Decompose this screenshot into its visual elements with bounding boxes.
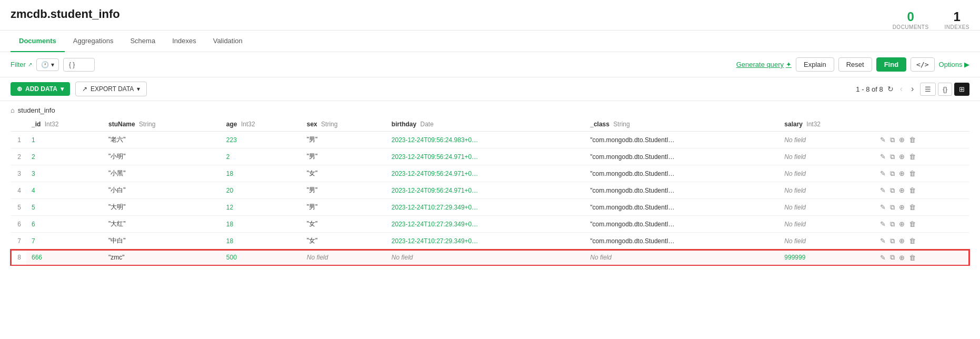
clone-icon[interactable]: ⊕ xyxy=(899,170,905,177)
next-page-button[interactable]: › xyxy=(909,84,916,94)
id-cell[interactable]: 666 xyxy=(26,250,103,266)
clone-icon[interactable]: ⊕ xyxy=(899,220,905,228)
actions-cell: ✎ ⧉ ⊕ 🗑 xyxy=(875,199,969,216)
salary-cell[interactable]: 999999 xyxy=(779,250,875,266)
db-title: zmcdb.student_info xyxy=(11,7,120,26)
age-cell[interactable]: 223 xyxy=(221,132,302,148)
stuname-cell: "zmc" xyxy=(103,250,221,266)
actions-cell: ✎ ⧉ ⊕ 🗑 xyxy=(875,182,969,199)
tab-schema[interactable]: Schema xyxy=(122,31,164,52)
find-button[interactable]: Find xyxy=(876,57,906,72)
edit-icon[interactable]: ✎ xyxy=(880,254,886,262)
salary-cell: No field xyxy=(779,182,875,199)
delete-icon[interactable]: 🗑 xyxy=(909,220,916,228)
reset-button[interactable]: Reset xyxy=(838,57,872,72)
age-cell[interactable]: 18 xyxy=(221,216,302,233)
age-cell[interactable]: 18 xyxy=(221,165,302,182)
clone-icon[interactable]: ⊕ xyxy=(899,254,905,262)
external-link-icon: ↗ xyxy=(28,62,32,67)
birthday-cell[interactable]: 2023-12-24T10:27:29.349+0… xyxy=(386,199,585,216)
table-row: 33"小黑"18"女"2023-12-24T09:56:24.971+0…"co… xyxy=(11,165,969,182)
delete-icon[interactable]: 🗑 xyxy=(909,203,916,211)
birthday-cell[interactable]: 2023-12-24T10:27:29.349+0… xyxy=(386,216,585,233)
age-cell[interactable]: 18 xyxy=(221,233,302,250)
code-button[interactable]: </> xyxy=(911,57,934,72)
birthday-cell[interactable]: 2023-12-24T09:56:24.971+0… xyxy=(386,165,585,182)
id-cell[interactable]: 1 xyxy=(26,132,103,148)
birthday-cell[interactable]: 2023-12-24T10:27:29.349+0… xyxy=(386,233,585,250)
edit-icon[interactable]: ✎ xyxy=(880,136,886,144)
row-number: 5 xyxy=(11,199,26,216)
birthday-cell[interactable]: 2023-12-24T09:56:24.983+0… xyxy=(386,132,585,148)
id-cell[interactable]: 5 xyxy=(26,199,103,216)
clone-icon[interactable]: ⊕ xyxy=(899,153,905,161)
delete-icon[interactable]: 🗑 xyxy=(909,136,916,144)
clone-icon[interactable]: ⊕ xyxy=(899,136,905,144)
edit-icon[interactable]: ✎ xyxy=(880,203,886,211)
edit-icon[interactable]: ✎ xyxy=(880,170,886,177)
type-selector[interactable]: 🕐 ▾ xyxy=(36,58,59,71)
edit-icon[interactable]: ✎ xyxy=(880,153,886,161)
plus-icon: ⊕ xyxy=(17,85,22,93)
home-icon: ⌂ xyxy=(11,106,15,114)
col-sex: sex String xyxy=(302,117,386,132)
table-row: 77"中白"18"女"2023-12-24T10:27:29.349+0…"co… xyxy=(11,233,969,250)
delete-icon[interactable]: 🗑 xyxy=(909,237,916,245)
copy-icon[interactable]: ⧉ xyxy=(890,153,895,161)
id-cell[interactable]: 3 xyxy=(26,165,103,182)
json-view-button[interactable]: {} xyxy=(938,83,952,96)
add-data-label: ADD DATA xyxy=(25,85,57,93)
copy-icon[interactable]: ⧉ xyxy=(890,170,895,178)
birthday-cell[interactable]: 2023-12-24T09:56:24.971+0… xyxy=(386,148,585,165)
birthday-cell[interactable]: 2023-12-24T09:56:24.971+0… xyxy=(386,182,585,199)
tab-validation[interactable]: Validation xyxy=(205,31,251,52)
edit-icon[interactable]: ✎ xyxy=(880,237,886,245)
class-cell: "com.mongodb.dto.StudentI… xyxy=(585,132,779,148)
col-salary: salary Int32 xyxy=(779,117,875,132)
row-number: 4 xyxy=(11,182,26,199)
copy-icon[interactable]: ⧉ xyxy=(890,186,895,195)
tab-aggregations[interactable]: Aggregations xyxy=(65,31,122,52)
export-data-button[interactable]: ↗ EXPORT DATA ▾ xyxy=(75,82,147,96)
age-cell[interactable]: 12 xyxy=(221,199,302,216)
top-bar: zmcdb.student_info 0 DOCUMENTS 1 INDEXES xyxy=(0,0,980,31)
delete-icon[interactable]: 🗑 xyxy=(909,254,916,262)
copy-icon[interactable]: ⧉ xyxy=(890,136,895,144)
sex-cell: No field xyxy=(302,250,386,266)
id-cell[interactable]: 7 xyxy=(26,233,103,250)
tab-indexes[interactable]: Indexes xyxy=(164,31,205,52)
tab-documents[interactable]: Documents xyxy=(11,31,65,52)
age-cell[interactable]: 20 xyxy=(221,182,302,199)
prev-page-button[interactable]: ‹ xyxy=(898,84,905,94)
class-cell: "com.mongodb.dto.StudentI… xyxy=(585,216,779,233)
clone-icon[interactable]: ⊕ xyxy=(899,237,905,245)
options-button[interactable]: Options ▶ xyxy=(939,61,969,68)
sex-cell: "女" xyxy=(302,216,386,233)
delete-icon[interactable]: 🗑 xyxy=(909,186,916,194)
copy-icon[interactable]: ⧉ xyxy=(890,220,895,228)
clone-icon[interactable]: ⊕ xyxy=(899,203,905,211)
generate-query-button[interactable]: Generate query ✦ xyxy=(736,61,792,68)
delete-icon[interactable]: 🗑 xyxy=(909,153,916,161)
age-cell[interactable]: 2 xyxy=(221,148,302,165)
refresh-button[interactable]: ↻ xyxy=(887,85,894,93)
edit-icon[interactable]: ✎ xyxy=(880,186,886,194)
add-data-button[interactable]: ⊕ ADD DATA ▾ xyxy=(11,82,70,96)
stuname-cell: "老六" xyxy=(103,132,221,148)
id-cell[interactable]: 2 xyxy=(26,148,103,165)
copy-icon[interactable]: ⧉ xyxy=(890,203,895,212)
id-cell[interactable]: 4 xyxy=(26,182,103,199)
table-view-button[interactable]: ⊞ xyxy=(954,83,969,96)
copy-icon[interactable]: ⧉ xyxy=(890,253,895,262)
list-view-button[interactable]: ☰ xyxy=(920,83,936,96)
clone-icon[interactable]: ⊕ xyxy=(899,186,905,194)
filter-button[interactable]: Filter ↗ xyxy=(11,61,32,68)
edit-icon[interactable]: ✎ xyxy=(880,220,886,228)
copy-icon[interactable]: ⧉ xyxy=(890,237,895,245)
id-cell[interactable]: 6 xyxy=(26,216,103,233)
query-input[interactable]: { } xyxy=(63,58,95,72)
explain-button[interactable]: Explain xyxy=(796,57,834,72)
delete-icon[interactable]: 🗑 xyxy=(909,170,916,177)
table-row: 44"小白"20"男"2023-12-24T09:56:24.971+0…"co… xyxy=(11,182,969,199)
age-cell[interactable]: 500 xyxy=(221,250,302,266)
